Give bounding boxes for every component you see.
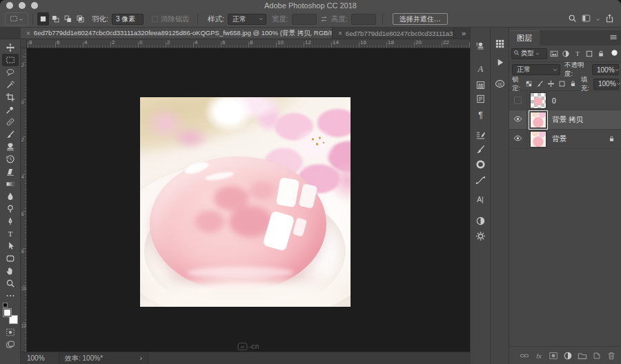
zoom-level-field[interactable]: 100%: [21, 354, 59, 362]
close-tab-icon[interactable]: ×: [26, 30, 30, 37]
tab-layers[interactable]: 图层: [509, 30, 540, 46]
select-and-mask-button[interactable]: 选择并遮住…: [393, 13, 448, 25]
zoom-tool[interactable]: [2, 277, 19, 290]
visibility-toggle[interactable]: [509, 91, 527, 110]
document-tab-inactive[interactable]: × 6ed7b779dd1e80247cbc0cd33111a32: [333, 28, 454, 39]
layer-row-background-copy[interactable]: 背景 拷贝: [509, 110, 621, 130]
feather-input[interactable]: 3 像素: [112, 14, 144, 25]
eyedropper-tool[interactable]: [2, 103, 19, 116]
panel-button-character[interactable]: A|: [473, 192, 488, 206]
gradient-tool[interactable]: [2, 178, 19, 190]
marquee-tool[interactable]: [2, 54, 19, 66]
mask-button[interactable]: [547, 350, 559, 361]
fill-dropdown[interactable]: 100%: [593, 79, 619, 90]
layer-row-0[interactable]: 0: [509, 91, 621, 110]
height-input[interactable]: [351, 14, 376, 25]
layer-name[interactable]: 0: [552, 97, 556, 105]
layer-thumbnail[interactable]: [530, 112, 546, 128]
brush-tool[interactable]: [2, 128, 19, 141]
layer-name[interactable]: 背景: [552, 134, 566, 144]
panel-button-creative-cloud[interactable]: cc: [492, 77, 507, 90]
frame-button[interactable]: [584, 48, 595, 59]
foreground-color-swatch[interactable]: [3, 308, 12, 317]
vertical-ruler[interactable]: 202468101214: [21, 48, 27, 352]
panel-menu-button[interactable]: [609, 30, 621, 46]
visibility-toggle[interactable]: [509, 130, 527, 149]
tab-overflow-button[interactable]: »: [457, 28, 470, 39]
lock-button[interactable]: [568, 79, 578, 89]
link-button[interactable]: [518, 350, 530, 361]
path-select-tool[interactable]: [2, 240, 19, 252]
new-selection-mode-button[interactable]: [37, 12, 49, 26]
chevron-down-icon[interactable]: [595, 15, 600, 23]
swap-width-height-icon[interactable]: [319, 14, 328, 23]
lock-button[interactable]: [595, 48, 607, 59]
edit-toolbar-button[interactable]: [2, 290, 19, 302]
panel-button-play[interactable]: [492, 55, 507, 69]
style-dropdown[interactable]: 正常: [228, 14, 266, 25]
visibility-toggle[interactable]: [509, 110, 527, 130]
folder-button[interactable]: [576, 350, 588, 361]
magic-wand-tool[interactable]: [2, 79, 19, 91]
close-tab-icon[interactable]: ×: [338, 30, 342, 37]
subtract-selection-mode-button[interactable]: [62, 12, 74, 26]
type-filter-button[interactable]: T: [572, 48, 583, 59]
width-input[interactable]: [292, 14, 317, 25]
clone-stamp-tool[interactable]: [2, 141, 19, 153]
panel-button-brushes[interactable]: [473, 142, 488, 156]
pen-tool[interactable]: [2, 215, 19, 228]
shape-tool[interactable]: [2, 252, 19, 265]
eraser-tool[interactable]: [2, 165, 19, 178]
panel-button-curve[interactable]: [473, 173, 488, 187]
blend-mode-dropdown[interactable]: 正常: [512, 64, 560, 75]
blur-tool[interactable]: [2, 190, 19, 203]
dodge-tool[interactable]: [2, 203, 19, 215]
brush-button[interactable]: [535, 79, 544, 89]
half-circle-button[interactable]: [560, 48, 571, 59]
checker-button[interactable]: [524, 79, 533, 89]
intersect-selection-mode-button[interactable]: [75, 12, 86, 26]
panel-button-clone-source[interactable]: [473, 39, 488, 52]
lasso-tool[interactable]: [2, 66, 19, 79]
move-small-button[interactable]: [546, 79, 555, 89]
fx-button[interactable]: fx: [533, 350, 544, 361]
filter-kind-dropdown[interactable]: 类型: [511, 48, 547, 59]
hand-tool[interactable]: [2, 265, 19, 277]
panel-button-paragraph[interactable]: ¶: [473, 108, 488, 121]
healing-brush-tool[interactable]: [2, 116, 19, 128]
panel-button-libraries[interactable]: [473, 78, 488, 92]
workspace-icon[interactable]: [582, 14, 591, 24]
quick-mask-button[interactable]: [2, 327, 19, 340]
image-button[interactable]: [549, 48, 560, 59]
default-colors-icon[interactable]: [3, 303, 8, 307]
panel-button-half-circle[interactable]: [473, 214, 488, 228]
layer-name[interactable]: 背景 拷贝: [552, 115, 583, 125]
crop-tool[interactable]: [2, 91, 19, 103]
share-icon[interactable]: [605, 14, 614, 24]
panel-button-notes[interactable]: [473, 92, 488, 105]
horizontal-ruler[interactable]: 86420246810121416182022: [27, 39, 470, 48]
layer-thumbnail[interactable]: [530, 92, 546, 109]
half-circle-button[interactable]: [562, 350, 573, 361]
history-brush-tool[interactable]: [2, 153, 19, 165]
color-swatches[interactable]: [2, 305, 19, 325]
move-tool[interactable]: [2, 41, 19, 54]
panel-button-color-wheel[interactable]: [473, 157, 488, 171]
panel-button-gear[interactable]: [473, 229, 488, 243]
status-menu-chevron[interactable]: ›: [140, 354, 142, 362]
antialias-checkbox[interactable]: [152, 16, 158, 22]
opacity-dropdown[interactable]: 100%: [592, 64, 619, 75]
document-image[interactable]: [140, 97, 351, 307]
filter-toggle-button[interactable]: [609, 48, 620, 59]
panel-button-brush-settings[interactable]: [473, 128, 488, 142]
screen-mode-button[interactable]: [2, 340, 19, 352]
tool-preset-chip[interactable]: [5, 12, 28, 26]
ruler-origin[interactable]: [21, 39, 27, 48]
add-selection-mode-button[interactable]: [50, 12, 61, 26]
trash-button[interactable]: [605, 350, 617, 361]
panel-button-grid[interactable]: [492, 37, 507, 50]
document-tab-active[interactable]: × 6ed7b779dd1e80247cbc0cd33111a320feea89…: [21, 28, 333, 39]
layer-thumbnail[interactable]: [530, 131, 546, 148]
type-tool[interactable]: T: [2, 228, 19, 240]
canvas[interactable]: ui -cn: [27, 48, 470, 352]
